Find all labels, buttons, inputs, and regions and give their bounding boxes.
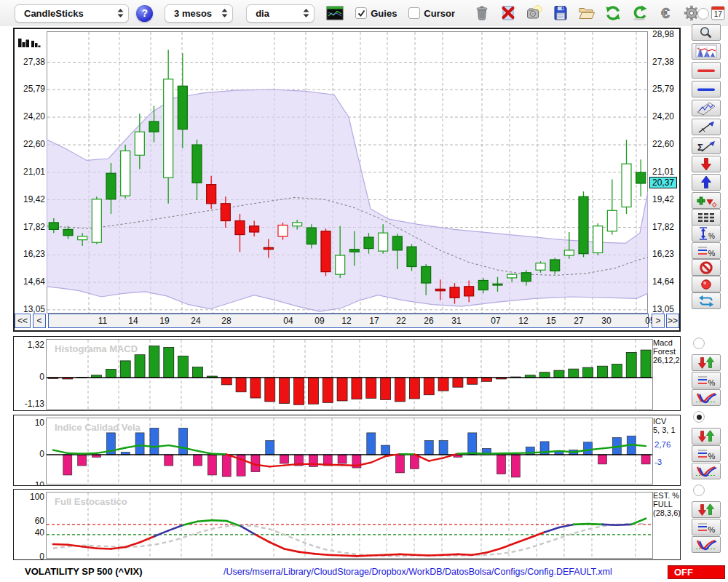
axis-label: 40 — [15, 527, 44, 538]
chart-window-icon[interactable] — [326, 6, 344, 20]
icv-plot: Indice Calidad Vela — [46, 418, 653, 485]
save-icon[interactable] — [551, 4, 571, 23]
axis-label: 28,98 — [652, 29, 674, 39]
refresh-icon[interactable] — [604, 4, 623, 23]
guies-checkbox[interactable]: Guies — [355, 7, 397, 19]
axis-label: 17,82 — [16, 222, 45, 232]
add-marker-button[interactable] — [692, 192, 721, 209]
histogram-icon — [18, 36, 41, 49]
channel-button[interactable] — [692, 100, 721, 116]
x-tick-label: 14 — [128, 316, 138, 326]
axis-label: 13,05 — [16, 304, 45, 314]
symbol-label: VOLATILITY SP 500 (^VIX) — [25, 566, 142, 577]
trendline-button[interactable] — [692, 119, 721, 135]
snapshot-icon[interactable] — [525, 4, 545, 23]
period-select[interactable]: 3 mesos — [165, 4, 233, 23]
x-tick-label: 31 — [451, 316, 461, 326]
chevron-updown-icon — [221, 8, 229, 18]
axis-label: 14,64 — [16, 276, 45, 287]
icv-updown-arrows-button[interactable] — [692, 428, 721, 445]
axis-label: -10 — [15, 480, 44, 486]
period-value: 3 mesos — [174, 8, 212, 19]
axis-label: 19,42 — [652, 194, 674, 204]
axis-label: 27,38 — [652, 57, 674, 67]
toolbar: CandleSticks ? 3 mesos dia Guies Cursor … — [0, 0, 728, 26]
axis-label: 25,79 — [16, 84, 45, 94]
record-button[interactable] — [692, 276, 721, 292]
x-tick-label: 17 — [369, 316, 379, 326]
macd-panel-radio[interactable] — [693, 338, 705, 349]
page-first-button[interactable]: << — [15, 314, 31, 328]
page-last-button[interactable]: >> — [666, 314, 679, 328]
interval-select[interactable]: dia — [246, 4, 314, 23]
stoch-updown-arrows-button[interactable] — [692, 501, 721, 518]
trash-icon[interactable] — [472, 4, 492, 23]
macd-right-label: MacdForest26,12,26 — [653, 338, 681, 364]
x-tick-label: 30 — [601, 316, 611, 326]
x-tick-label: 09 — [314, 316, 324, 326]
dashed-lines-button[interactable] — [692, 209, 721, 226]
delete-icon[interactable] — [499, 4, 518, 23]
help-button[interactable]: ? — [136, 5, 153, 22]
checkbox-checked-icon — [355, 7, 367, 19]
guies-label: Guies — [371, 8, 397, 19]
horizontal-line-red-button[interactable] — [692, 62, 721, 79]
axis-label: 60 — [15, 516, 44, 526]
axis-label: 25,79 — [652, 84, 674, 94]
icv-curve-button[interactable] — [692, 463, 721, 479]
x-tick-label: 12 — [341, 316, 351, 326]
x-axis-labels: 111419242804091217222631071215273005 — [48, 314, 649, 328]
icv-current-value: 2,76 — [654, 440, 670, 449]
axis-label: 22,60 — [16, 139, 45, 149]
page-prev-button[interactable]: < — [33, 314, 46, 328]
chevron-updown-icon — [116, 8, 124, 18]
axis-label: 100 — [15, 492, 44, 502]
page-next-button[interactable]: > — [652, 314, 665, 328]
indicator-button[interactable] — [692, 43, 721, 60]
stoch-percent-lines-button[interactable]: % — [692, 519, 721, 535]
euro-icon[interactable]: € — [656, 4, 676, 23]
open-icon[interactable] — [577, 4, 597, 23]
main-plot — [47, 31, 648, 314]
sigma-trend-button[interactable]: Σ — [692, 137, 721, 154]
stochastic-panel: 10060400 Full Estocastico EST. %FULL(28,… — [13, 489, 681, 560]
axis-label: 1,32 — [15, 340, 44, 350]
main-chart-panel: Last: 20.37 - 06/02/26 27,3825,7924,2022… — [13, 28, 681, 332]
status-bar: VOLATILITY SP 500 (^VIX) /Users/mserra/L… — [0, 562, 728, 582]
axis-label: 21,01 — [16, 167, 45, 177]
percent-lines-button[interactable]: % — [692, 242, 721, 259]
axis-label: 22,60 — [652, 139, 674, 149]
svg-text:Full Estocastico: Full Estocastico — [55, 496, 127, 507]
stoch-panel-radio[interactable] — [693, 485, 705, 496]
svg-text:%: % — [708, 232, 715, 240]
vertical-measure-button[interactable]: % — [692, 225, 721, 242]
cursor-checkbox[interactable]: Cursor — [408, 7, 455, 19]
x-tick-label: 04 — [283, 316, 293, 326]
icv-percent-lines-button[interactable]: % — [692, 445, 721, 462]
x-tick-label: 22 — [396, 316, 405, 326]
axis-label: 16,23 — [652, 249, 674, 259]
icv-panel-radio[interactable] — [693, 411, 705, 423]
x-tick-label: 12 — [518, 316, 528, 326]
icv-low-value: -3 — [654, 458, 662, 466]
x-tick-label: 24 — [191, 316, 200, 326]
stoch-curve-button[interactable] — [692, 536, 721, 553]
macd-curve-button[interactable] — [692, 389, 721, 406]
axis-label: 14,64 — [652, 276, 674, 287]
zoom-button[interactable] — [692, 24, 721, 41]
macd-percent-lines-button[interactable]: % — [692, 372, 721, 388]
horizontal-line-blue-button[interactable] — [692, 81, 721, 97]
macd-updown-arrows-button[interactable] — [692, 354, 721, 371]
axis-label: 10 — [15, 418, 44, 428]
svg-text:Histograma MACD: Histograma MACD — [55, 343, 138, 354]
swap-button[interactable] — [692, 292, 721, 309]
chevron-updown-icon — [302, 8, 310, 18]
sync-icon[interactable] — [630, 4, 649, 23]
chart-type-select[interactable]: CandleSticks — [15, 4, 129, 23]
arrow-up-blue-button[interactable] — [692, 174, 721, 191]
off-toggle-button[interactable]: OFF — [668, 565, 725, 579]
forbid-button[interactable] — [692, 259, 721, 276]
arrow-down-red-button[interactable] — [692, 156, 721, 172]
x-axis-bar: <<<111419242804091217222631071215273005>… — [15, 314, 679, 330]
svg-text:%: % — [708, 378, 716, 387]
